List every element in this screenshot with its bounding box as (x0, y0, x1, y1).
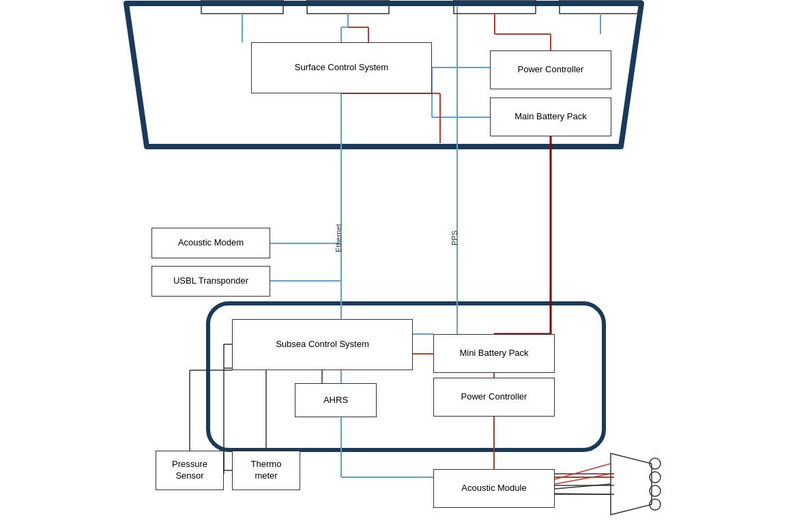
surface-control-system-box: Surface Control System (251, 42, 432, 93)
acoustic-module-label: Acoustic Module (461, 483, 526, 494)
pressure-sensor-label: Pressure Sensor (172, 459, 207, 482)
subsea-control-system-box: Subsea Control System (232, 319, 413, 370)
main-battery-label: Main Battery Pack (514, 111, 587, 123)
ahrs-box: AHRS (295, 383, 377, 417)
acoustic-modem-box: Acoustic Modem (151, 228, 270, 258)
svg-line-56 (555, 484, 611, 489)
main-battery-pack-box: Main Battery Pack (490, 97, 611, 136)
thermometer-box: Thermo meter (232, 451, 300, 490)
diagram: Surface Control System Power Controller … (0, 0, 812, 527)
pressure-sensor-box: Pressure Sensor (156, 451, 224, 490)
power-controller-top-box: Power Controller (490, 50, 611, 89)
usbl-transponder-box: USBL Transponder (151, 266, 270, 297)
pps-label: PPS (450, 191, 459, 245)
acoustic-module-box: Acoustic Module (433, 469, 555, 508)
acoustic-modem-label: Acoustic Modem (178, 237, 244, 249)
power-controller-bottom-box: Power Controller (433, 378, 555, 417)
usbl-transponder-label: USBL Transponder (173, 275, 248, 287)
svg-line-57 (555, 494, 611, 494)
svg-line-55 (555, 474, 611, 484)
surface-control-label: Surface Control System (295, 62, 388, 74)
ethernet-label: Ethernet (334, 198, 343, 252)
thermometer-label: Thermo meter (251, 459, 282, 482)
power-controller-top-label: Power Controller (518, 64, 584, 76)
subsea-control-label: Subsea Control System (276, 339, 369, 350)
ahrs-label: AHRS (323, 395, 348, 406)
mini-battery-label: Mini Battery Pack (459, 348, 528, 359)
mini-battery-pack-box: Mini Battery Pack (433, 334, 555, 373)
power-controller-bottom-label: Power Controller (461, 391, 527, 403)
